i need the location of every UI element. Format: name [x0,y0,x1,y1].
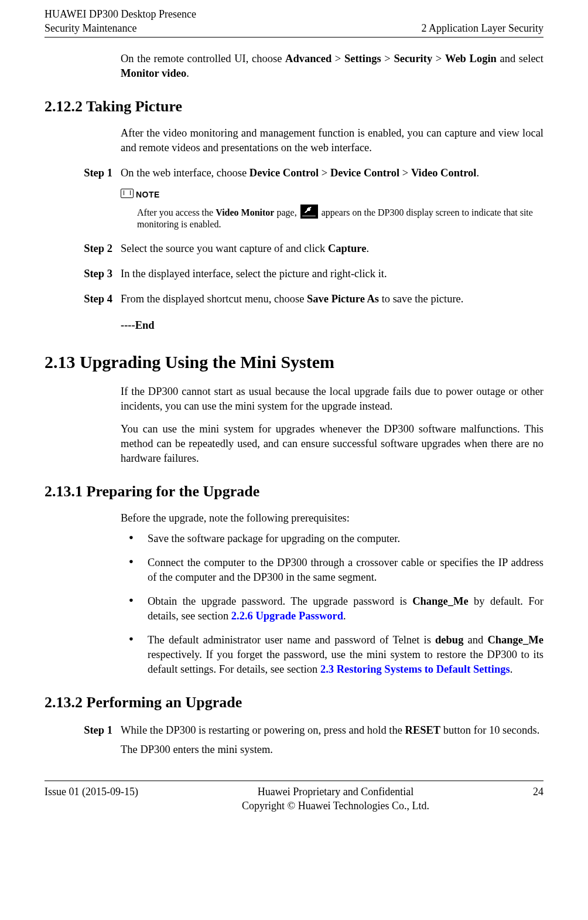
step-2-label: Step 2 [45,241,121,256]
s2132-step-1-row: Step 1 While the DP300 is restarting or … [45,723,543,757]
s2132-step1-p2: The DP300 enters the mini system. [121,742,543,757]
heading-2-13-2: 2.13.2 Performing an Upgrade [45,692,543,713]
xref-link[interactable]: 2.3 Restoring Systems to Default Setting… [320,663,510,675]
step-3-text: In the displayed interface, select the p… [121,267,543,281]
list-item: Save the software package for upgrading … [121,531,543,546]
list-item: Connect the computer to the DP300 throug… [121,556,543,585]
note-label: NOTE [136,189,160,200]
header-right: 2 Application Layer Security [422,21,543,35]
s2131-p1: Before the upgrade, note the following p… [121,511,543,526]
heading-2-13-1: 2.13.1 Preparing for the Upgrade [45,481,543,502]
note-block: NOTE After you access the Video Monitor … [121,186,543,231]
list-item: Obtain the upgrade password. The upgrade… [121,594,543,623]
header-left-line2: Security Maintenance [45,21,136,35]
footer-center-2: Copyright © Huawei Technologies Co., Ltd… [138,799,533,813]
s213-p1: If the DP300 cannot start as usual becau… [121,384,543,414]
step-1-label: Step 1 [45,166,121,231]
step-2-text: Select the source you want capture of an… [121,241,543,256]
footer-page-number: 24 [533,785,543,813]
prerequisite-list: Save the software package for upgrading … [121,531,543,677]
s213-p2: You can use the mini system for upgrades… [121,422,543,466]
step-4-row: Step 4 From the displayed shortcut menu,… [45,292,543,306]
step-4-text: From the displayed shortcut menu, choose… [121,292,543,306]
s2132-step1-text: While the DP300 is restarting or powerin… [121,723,543,738]
heading-2-12-2: 2.12.2 Taking Picture [45,96,543,117]
heading-2-13: 2.13 Upgrading Using the Mini System [45,350,543,374]
note-body: After you access the Video Monitor page,… [137,205,543,231]
footer-center-1: Huawei Proprietary and Confidential [138,785,533,799]
page-footer: Issue 01 (2015-09-15) Huawei Proprietary… [45,781,543,813]
step-4-label: Step 4 [45,292,121,306]
step-1-label: Step 1 [45,723,121,757]
note-book-icon [121,189,134,198]
s2122-intro: After the video monitoring and managemen… [121,126,543,155]
step-1-text: On the web interface, choose Device Cont… [121,166,543,180]
step-3-label: Step 3 [45,267,121,281]
intro-paragraph: On the remote controlled UI, choose Adva… [121,52,543,81]
header-left-line1: HUAWEI DP300 Desktop Presence [45,7,196,21]
page-header: HUAWEI DP300 Desktop Presence Security M… [45,7,543,38]
step-3-row: Step 3 In the displayed interface, selec… [45,267,543,281]
footer-left: Issue 01 (2015-09-15) [45,785,138,813]
step-2-row: Step 2 Select the source you want captur… [45,241,543,256]
xref-link[interactable]: 2.2.6 Upgrade Password [231,610,343,622]
end-marker: ----End [121,318,543,333]
list-item: The default administrator user name and … [121,633,543,677]
step-1-row: Step 1 On the web interface, choose Devi… [45,166,543,231]
camera-monitor-icon [300,205,318,219]
